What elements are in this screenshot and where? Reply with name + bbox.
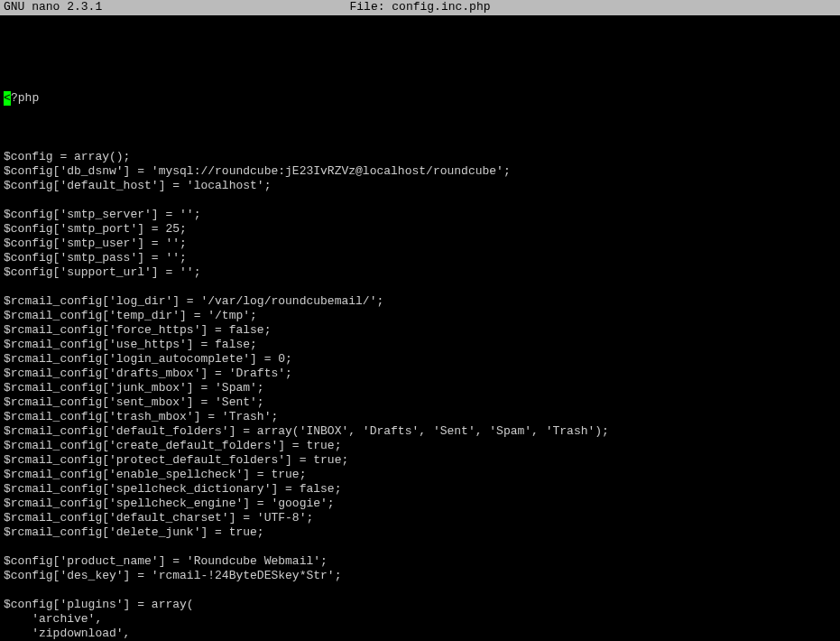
editor-line: $rcmail_config['protect_default_folders'… (0, 453, 840, 468)
editor-line: $rcmail_config['temp_dir'] = '/tmp'; (0, 309, 840, 323)
editor-blank-line (0, 46, 840, 60)
editor-line: 'zipdownload', (0, 627, 840, 641)
editor-line: $rcmail_config['use_https'] = false; (0, 338, 840, 352)
editor-line: $config['smtp_port'] = 25; (0, 222, 840, 237)
editor-line: $rcmail_config['login_autocomplete'] = 0… (0, 352, 840, 367)
editor-line: $config['smtp_server'] = ''; (0, 208, 840, 222)
editor-line: $config['support_url'] = ''; (0, 265, 840, 280)
editor-line: $rcmail_config['drafts_mbox'] = 'Drafts'… (0, 367, 840, 381)
editor-line: $rcmail_config['create_default_folders']… (0, 439, 840, 453)
cursor-line-rest: ?php (11, 91, 39, 106)
editor-line: $config['db_dsnw'] = 'mysql://roundcube:… (0, 164, 840, 179)
editor-line: $rcmail_config['spellcheck_engine'] = 'g… (0, 497, 840, 511)
editor-blank-line (0, 583, 840, 598)
editor-line: $rcmail_config['delete_junk'] = true; (0, 525, 840, 540)
editor-line: $rcmail_config['spellcheck_dictionary'] … (0, 482, 840, 497)
editor-blank-line (0, 193, 840, 208)
editor-line: $rcmail_config['log_dir'] = '/var/log/ro… (0, 294, 840, 309)
editor-blank-line (0, 540, 840, 554)
app-name: GNU nano 2.3.1 (4, 0, 102, 15)
editor-line-cursor: <?php (0, 91, 840, 106)
cursor: < (4, 91, 11, 106)
file-name: File: config.inc.php (349, 0, 490, 15)
editor-area[interactable]: <?php $config = array();$config['db_dsnw… (0, 15, 840, 641)
editor-line: $config['default_host'] = 'localhost'; (0, 179, 840, 193)
editor-line: $rcmail_config['default_charset'] = 'UTF… (0, 511, 840, 525)
editor-line: $config = array(); (0, 150, 840, 164)
editor-line: $rcmail_config['force_https'] = false; (0, 323, 840, 338)
editor-line: $rcmail_config['default_folders'] = arra… (0, 424, 840, 439)
editor-line: $config['product_name'] = 'Roundcube Web… (0, 554, 840, 569)
editor-line: $rcmail_config['junk_mbox'] = 'Spam'; (0, 381, 840, 395)
editor-line: $rcmail_config['enable_spellcheck'] = tr… (0, 468, 840, 482)
editor-line: $config['smtp_user'] = ''; (0, 237, 840, 251)
editor-blank-line (0, 280, 840, 294)
lines-container: $config = array();$config['db_dsnw'] = '… (0, 135, 840, 641)
editor-line: 'archive', (0, 612, 840, 627)
editor-line: $rcmail_config['sent_mbox'] = 'Sent'; (0, 395, 840, 410)
editor-line: $rcmail_config['trash_mbox'] = 'Trash'; (0, 410, 840, 424)
editor-line: $config['smtp_pass'] = ''; (0, 251, 840, 265)
titlebar: GNU nano 2.3.1 File: config.inc.php (0, 0, 840, 15)
editor-blank-line (0, 135, 840, 150)
editor-line: $config['plugins'] = array( (0, 598, 840, 612)
editor-line: $config['des_key'] = 'rcmail-!24ByteDESk… (0, 569, 840, 583)
